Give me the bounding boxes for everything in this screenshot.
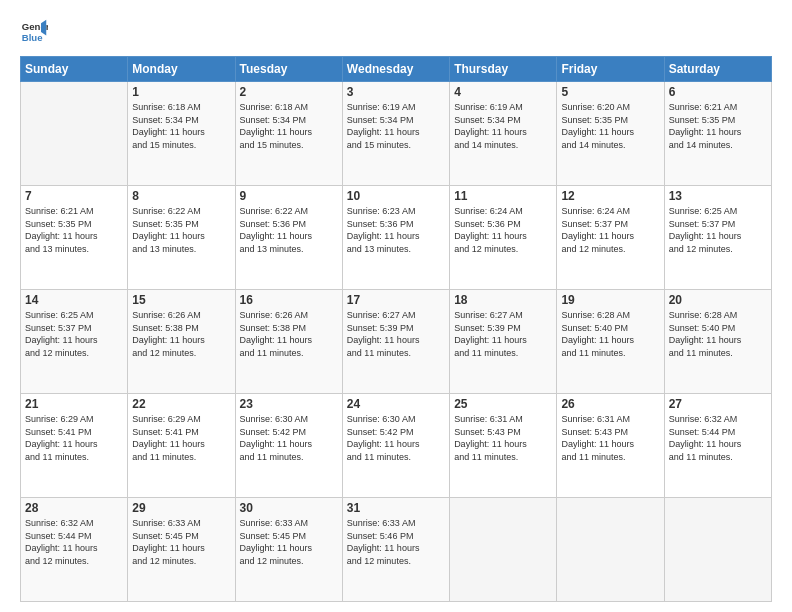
day-number: 29: [132, 501, 230, 515]
calendar-cell: 4Sunrise: 6:19 AM Sunset: 5:34 PM Daylig…: [450, 82, 557, 186]
calendar-cell: 23Sunrise: 6:30 AM Sunset: 5:42 PM Dayli…: [235, 394, 342, 498]
calendar-cell: 15Sunrise: 6:26 AM Sunset: 5:38 PM Dayli…: [128, 290, 235, 394]
calendar-table: SundayMondayTuesdayWednesdayThursdayFrid…: [20, 56, 772, 602]
calendar-cell: 27Sunrise: 6:32 AM Sunset: 5:44 PM Dayli…: [664, 394, 771, 498]
calendar-cell: 19Sunrise: 6:28 AM Sunset: 5:40 PM Dayli…: [557, 290, 664, 394]
day-number: 6: [669, 85, 767, 99]
weekday-header-thursday: Thursday: [450, 57, 557, 82]
week-row-4: 21Sunrise: 6:29 AM Sunset: 5:41 PM Dayli…: [21, 394, 772, 498]
day-info: Sunrise: 6:25 AM Sunset: 5:37 PM Dayligh…: [669, 205, 767, 255]
week-row-2: 7Sunrise: 6:21 AM Sunset: 5:35 PM Daylig…: [21, 186, 772, 290]
week-row-1: 1Sunrise: 6:18 AM Sunset: 5:34 PM Daylig…: [21, 82, 772, 186]
day-info: Sunrise: 6:26 AM Sunset: 5:38 PM Dayligh…: [240, 309, 338, 359]
svg-text:Blue: Blue: [22, 32, 43, 43]
day-number: 15: [132, 293, 230, 307]
week-row-3: 14Sunrise: 6:25 AM Sunset: 5:37 PM Dayli…: [21, 290, 772, 394]
day-number: 2: [240, 85, 338, 99]
calendar-cell: 8Sunrise: 6:22 AM Sunset: 5:35 PM Daylig…: [128, 186, 235, 290]
day-info: Sunrise: 6:33 AM Sunset: 5:45 PM Dayligh…: [132, 517, 230, 567]
logo: General Blue: [20, 18, 48, 46]
day-info: Sunrise: 6:24 AM Sunset: 5:37 PM Dayligh…: [561, 205, 659, 255]
day-number: 5: [561, 85, 659, 99]
day-info: Sunrise: 6:21 AM Sunset: 5:35 PM Dayligh…: [25, 205, 123, 255]
calendar-cell: 12Sunrise: 6:24 AM Sunset: 5:37 PM Dayli…: [557, 186, 664, 290]
calendar-cell: 6Sunrise: 6:21 AM Sunset: 5:35 PM Daylig…: [664, 82, 771, 186]
weekday-header-saturday: Saturday: [664, 57, 771, 82]
calendar-cell: 5Sunrise: 6:20 AM Sunset: 5:35 PM Daylig…: [557, 82, 664, 186]
calendar-cell: [450, 498, 557, 602]
day-number: 8: [132, 189, 230, 203]
calendar-cell: 3Sunrise: 6:19 AM Sunset: 5:34 PM Daylig…: [342, 82, 449, 186]
day-info: Sunrise: 6:25 AM Sunset: 5:37 PM Dayligh…: [25, 309, 123, 359]
day-info: Sunrise: 6:33 AM Sunset: 5:46 PM Dayligh…: [347, 517, 445, 567]
header: General Blue: [20, 18, 772, 46]
day-number: 13: [669, 189, 767, 203]
calendar-cell: 25Sunrise: 6:31 AM Sunset: 5:43 PM Dayli…: [450, 394, 557, 498]
day-number: 20: [669, 293, 767, 307]
day-info: Sunrise: 6:32 AM Sunset: 5:44 PM Dayligh…: [25, 517, 123, 567]
day-number: 1: [132, 85, 230, 99]
day-number: 11: [454, 189, 552, 203]
logo-icon: General Blue: [20, 18, 48, 46]
day-number: 10: [347, 189, 445, 203]
day-number: 30: [240, 501, 338, 515]
day-number: 24: [347, 397, 445, 411]
day-info: Sunrise: 6:19 AM Sunset: 5:34 PM Dayligh…: [347, 101, 445, 151]
day-number: 21: [25, 397, 123, 411]
calendar-cell: 24Sunrise: 6:30 AM Sunset: 5:42 PM Dayli…: [342, 394, 449, 498]
calendar-cell: 2Sunrise: 6:18 AM Sunset: 5:34 PM Daylig…: [235, 82, 342, 186]
day-number: 25: [454, 397, 552, 411]
day-info: Sunrise: 6:18 AM Sunset: 5:34 PM Dayligh…: [240, 101, 338, 151]
day-info: Sunrise: 6:28 AM Sunset: 5:40 PM Dayligh…: [561, 309, 659, 359]
calendar-cell: 21Sunrise: 6:29 AM Sunset: 5:41 PM Dayli…: [21, 394, 128, 498]
day-number: 27: [669, 397, 767, 411]
day-number: 16: [240, 293, 338, 307]
calendar-cell: 7Sunrise: 6:21 AM Sunset: 5:35 PM Daylig…: [21, 186, 128, 290]
day-number: 4: [454, 85, 552, 99]
calendar-cell: 10Sunrise: 6:23 AM Sunset: 5:36 PM Dayli…: [342, 186, 449, 290]
weekday-header-sunday: Sunday: [21, 57, 128, 82]
day-number: 31: [347, 501, 445, 515]
day-info: Sunrise: 6:27 AM Sunset: 5:39 PM Dayligh…: [454, 309, 552, 359]
day-number: 28: [25, 501, 123, 515]
calendar-cell: 14Sunrise: 6:25 AM Sunset: 5:37 PM Dayli…: [21, 290, 128, 394]
day-info: Sunrise: 6:22 AM Sunset: 5:36 PM Dayligh…: [240, 205, 338, 255]
calendar-cell: 16Sunrise: 6:26 AM Sunset: 5:38 PM Dayli…: [235, 290, 342, 394]
day-number: 7: [25, 189, 123, 203]
day-number: 17: [347, 293, 445, 307]
week-row-5: 28Sunrise: 6:32 AM Sunset: 5:44 PM Dayli…: [21, 498, 772, 602]
calendar-cell: 31Sunrise: 6:33 AM Sunset: 5:46 PM Dayli…: [342, 498, 449, 602]
weekday-header-tuesday: Tuesday: [235, 57, 342, 82]
day-number: 23: [240, 397, 338, 411]
calendar-cell: [21, 82, 128, 186]
day-info: Sunrise: 6:29 AM Sunset: 5:41 PM Dayligh…: [132, 413, 230, 463]
calendar-cell: [557, 498, 664, 602]
day-info: Sunrise: 6:21 AM Sunset: 5:35 PM Dayligh…: [669, 101, 767, 151]
day-number: 18: [454, 293, 552, 307]
day-info: Sunrise: 6:26 AM Sunset: 5:38 PM Dayligh…: [132, 309, 230, 359]
day-info: Sunrise: 6:33 AM Sunset: 5:45 PM Dayligh…: [240, 517, 338, 567]
day-info: Sunrise: 6:18 AM Sunset: 5:34 PM Dayligh…: [132, 101, 230, 151]
calendar-cell: 13Sunrise: 6:25 AM Sunset: 5:37 PM Dayli…: [664, 186, 771, 290]
calendar-cell: 9Sunrise: 6:22 AM Sunset: 5:36 PM Daylig…: [235, 186, 342, 290]
calendar-cell: 18Sunrise: 6:27 AM Sunset: 5:39 PM Dayli…: [450, 290, 557, 394]
day-info: Sunrise: 6:23 AM Sunset: 5:36 PM Dayligh…: [347, 205, 445, 255]
day-number: 9: [240, 189, 338, 203]
calendar-cell: 1Sunrise: 6:18 AM Sunset: 5:34 PM Daylig…: [128, 82, 235, 186]
day-info: Sunrise: 6:19 AM Sunset: 5:34 PM Dayligh…: [454, 101, 552, 151]
weekday-header-friday: Friday: [557, 57, 664, 82]
day-info: Sunrise: 6:31 AM Sunset: 5:43 PM Dayligh…: [454, 413, 552, 463]
calendar-cell: 22Sunrise: 6:29 AM Sunset: 5:41 PM Dayli…: [128, 394, 235, 498]
day-number: 14: [25, 293, 123, 307]
weekday-header-monday: Monday: [128, 57, 235, 82]
day-number: 12: [561, 189, 659, 203]
calendar-cell: 29Sunrise: 6:33 AM Sunset: 5:45 PM Dayli…: [128, 498, 235, 602]
day-number: 3: [347, 85, 445, 99]
day-info: Sunrise: 6:20 AM Sunset: 5:35 PM Dayligh…: [561, 101, 659, 151]
day-info: Sunrise: 6:30 AM Sunset: 5:42 PM Dayligh…: [347, 413, 445, 463]
calendar-cell: 17Sunrise: 6:27 AM Sunset: 5:39 PM Dayli…: [342, 290, 449, 394]
weekday-header-wednesday: Wednesday: [342, 57, 449, 82]
page: General Blue SundayMondayTuesdayWednesda…: [0, 0, 792, 612]
day-number: 22: [132, 397, 230, 411]
calendar-cell: [664, 498, 771, 602]
